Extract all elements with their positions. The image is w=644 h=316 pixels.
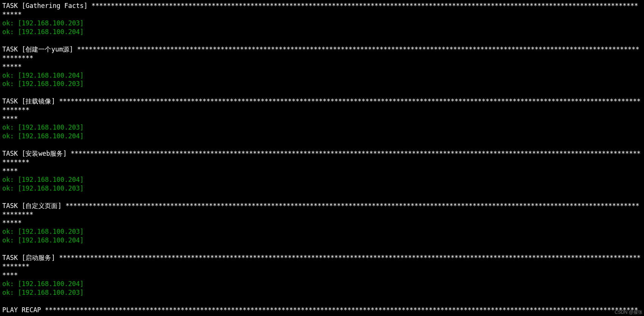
task-host-ok: ok: [192.168.100.204]: [2, 176, 84, 183]
play-recap-header: PLAY RECAP *****************************…: [2, 306, 638, 316]
task-host-ok: ok: [192.168.100.203]: [2, 124, 84, 131]
task-header-overflow: *****: [2, 219, 22, 227]
task-host-ok: ok: [192.168.100.203]: [2, 185, 84, 192]
task-header-overflow: ****: [2, 115, 18, 122]
task-host-ok: ok: [192.168.100.204]: [2, 280, 84, 288]
terminal-output: TASK [Gathering Facts] *****************…: [0, 0, 644, 316]
task-header: TASK [创建一个yum源] ************************…: [2, 45, 639, 62]
task-header: TASK [启动服务] ****************************…: [2, 254, 641, 270]
task-header-overflow: *****: [2, 63, 22, 70]
task-host-ok: ok: [192.168.100.204]: [2, 132, 84, 140]
task-header: TASK [安装web服务] *************************…: [2, 150, 641, 166]
task-host-ok: ok: [192.168.100.204]: [2, 72, 84, 79]
task-header: TASK [Gathering Facts] *****************…: [2, 2, 638, 18]
task-header: TASK [自定义页面] ***************************…: [2, 202, 639, 218]
task-host-ok: ok: [192.168.100.204]: [2, 28, 84, 36]
task-host-ok: ok: [192.168.100.203]: [2, 80, 84, 88]
task-host-ok: ok: [192.168.100.203]: [2, 289, 84, 296]
task-header-overflow: ****: [2, 167, 18, 175]
task-host-ok: ok: [192.168.100.204]: [2, 236, 84, 244]
task-header: TASK [挂载镜像] ****************************…: [2, 97, 641, 114]
task-header-overflow: ****: [2, 271, 18, 279]
watermark-text: CSDN @擢张: [614, 309, 642, 315]
task-host-ok: ok: [192.168.100.203]: [2, 19, 84, 27]
task-host-ok: ok: [192.168.100.203]: [2, 228, 84, 235]
